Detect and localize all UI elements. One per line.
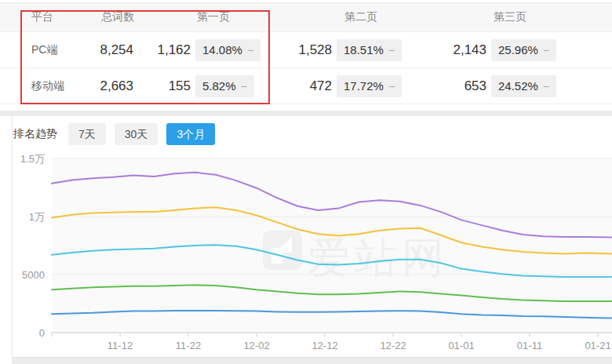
svg-text:01-01: 01-01 xyxy=(448,340,474,351)
mobile-total-words: 2,663 xyxy=(71,68,133,104)
trend-flat-icon: − xyxy=(388,80,395,93)
mobile-page2-percent: 17.72%− xyxy=(337,68,402,104)
table-header-row: 平台 总词数 第一页 第二页 第三页 xyxy=(0,2,612,32)
tab-30days[interactable]: 30天 xyxy=(115,123,158,145)
svg-text:1.5万: 1.5万 xyxy=(20,153,45,165)
tab-7days[interactable]: 7天 xyxy=(68,123,106,145)
pc-total-words: 8,254 xyxy=(71,32,133,67)
header-total-words: 总词数 xyxy=(82,3,153,31)
percent-value: 24.52% xyxy=(498,79,538,93)
mobile-page1-percent: 5.82%− xyxy=(195,68,254,104)
panel-bottom-edge xyxy=(12,357,612,364)
pc-page3-count: 2,143 xyxy=(424,32,486,67)
rank-trend-chart[interactable]: 爱站网 11-1211-2212-0212-1212-2201-0101-110… xyxy=(0,149,612,364)
mobile-page3-count: 653 xyxy=(424,68,486,104)
pc-page2-percent: 18.51%− xyxy=(337,32,402,67)
mobile-page3-percent: 24.52%− xyxy=(491,68,556,104)
svg-text:01-21: 01-21 xyxy=(585,340,610,351)
percent-value: 14.08% xyxy=(202,43,242,56)
pc-page1-percent: 14.08%− xyxy=(195,32,260,67)
section-divider xyxy=(0,111,612,116)
header-platform: 平台 xyxy=(31,3,78,31)
keyword-stats-table: 平台 总词数 第一页 第二页 第三页 PC端 8,254 1,162 14.08… xyxy=(0,0,612,111)
percent-value: 5.82% xyxy=(202,79,236,93)
svg-text:12-22: 12-22 xyxy=(380,340,406,351)
trend-flat-icon: − xyxy=(241,80,247,93)
pc-page3-percent: 25.96%− xyxy=(491,32,556,67)
percent-value: 17.72% xyxy=(344,79,384,93)
svg-text:01-11: 01-11 xyxy=(517,340,542,351)
trend-section-title: 排名趋势 xyxy=(13,127,57,141)
svg-text:12-12: 12-12 xyxy=(311,340,337,351)
watermark-text: 爱站网 xyxy=(308,234,449,281)
table-row-mobile[interactable]: 移动端 2,663 155 5.82%− 472 17.72%− 653 24.… xyxy=(0,68,612,104)
svg-text:12-02: 12-02 xyxy=(243,340,269,351)
header-page1: 第一页 xyxy=(178,3,249,31)
svg-text:11-12: 11-12 xyxy=(107,340,133,351)
svg-text:11-22: 11-22 xyxy=(176,340,201,351)
chart-canvas[interactable]: 爱站网 11-1211-2212-0212-1212-2201-0101-110… xyxy=(0,149,612,364)
mobile-page1-count: 155 xyxy=(128,68,191,104)
trend-flat-icon: − xyxy=(247,44,253,56)
trend-flat-icon: − xyxy=(543,44,549,56)
rank-trend-section: 排名趋势 7天 30天 3个月 爱站网 11-1211-2212-0212-12… xyxy=(0,116,612,364)
mobile-page2-count: 472 xyxy=(269,68,332,104)
header-page2: 第二页 xyxy=(326,3,396,31)
trend-flat-icon: − xyxy=(388,44,395,56)
percent-value: 25.96% xyxy=(498,43,538,56)
pc-page1-count: 1,162 xyxy=(128,32,191,67)
svg-text:1万: 1万 xyxy=(29,211,45,223)
tab-3months[interactable]: 3个月 xyxy=(166,123,215,145)
page: 平台 总词数 第一页 第二页 第三页 PC端 8,254 1,162 14.08… xyxy=(0,0,612,364)
svg-text:0: 0 xyxy=(39,327,45,339)
trend-tabs: 排名趋势 7天 30天 3个月 xyxy=(13,123,224,145)
percent-value: 18.51% xyxy=(344,43,384,56)
svg-text:5000: 5000 xyxy=(22,269,45,281)
header-page3: 第三页 xyxy=(475,3,545,31)
chart-axes xyxy=(52,333,612,337)
trend-flat-icon: − xyxy=(543,80,549,93)
pc-page2-count: 1,528 xyxy=(269,32,332,67)
table-row-pc[interactable]: PC端 8,254 1,162 14.08%− 1,528 18.51%− 2,… xyxy=(0,32,612,68)
